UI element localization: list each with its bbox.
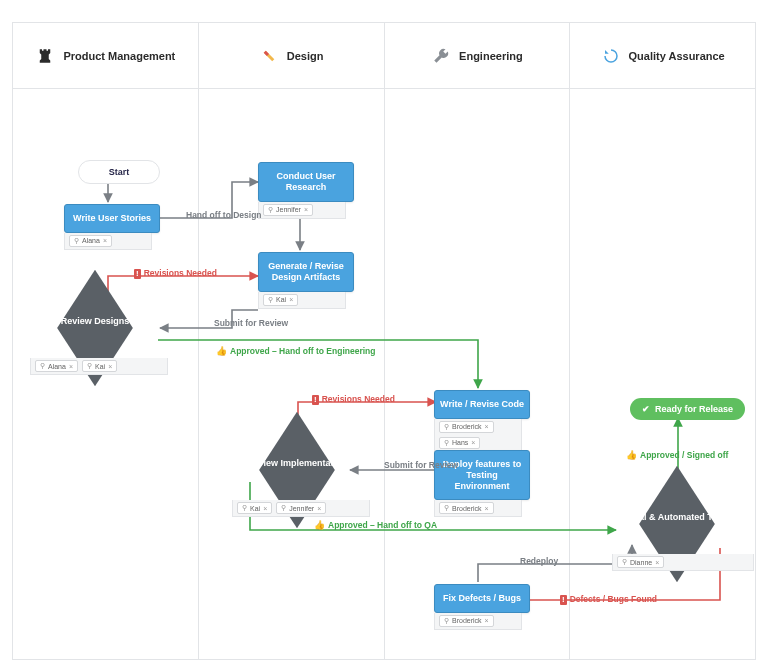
task-write-code[interactable]: Write / Revise Code ⚲Broderick× ⚲Hans× bbox=[434, 390, 522, 452]
task-box: Deploy features to Testing Environment bbox=[434, 450, 530, 500]
thumb-up-icon: 👍 bbox=[626, 450, 637, 460]
person-icon: ⚲ bbox=[268, 296, 273, 304]
person-icon: ⚲ bbox=[622, 558, 627, 566]
person-icon: ⚲ bbox=[268, 206, 273, 214]
task-box: Fix Defects / Bugs bbox=[434, 584, 530, 613]
close-icon[interactable]: × bbox=[103, 237, 107, 244]
edge-label-submit-review2: Submit for Review bbox=[384, 460, 458, 470]
assignee-chip[interactable]: ⚲Kai× bbox=[82, 360, 117, 372]
edge-label-defects-found: !Defects / Bugs Found bbox=[560, 594, 657, 605]
decision-review-designs[interactable]: Review Designs ⚲Alana× ⚲Kai× bbox=[30, 300, 168, 375]
person-icon: ⚲ bbox=[74, 237, 79, 245]
assignee-row: ⚲Kai× ⚲Jennifer× bbox=[232, 500, 370, 517]
thumb-up-icon: 👍 bbox=[216, 346, 227, 356]
start-node: Start bbox=[78, 160, 160, 184]
task-conduct-research[interactable]: Conduct User Research ⚲Jennifer× bbox=[258, 162, 346, 219]
person-icon: ⚲ bbox=[242, 504, 247, 512]
edge-label-redeploy: Redeploy bbox=[520, 556, 558, 566]
edge-label-submit-review: Submit for Review bbox=[214, 318, 288, 328]
close-icon[interactable]: × bbox=[485, 423, 489, 430]
task-box: Write / Revise Code bbox=[434, 390, 530, 419]
diamond-shape: Review Designs bbox=[30, 300, 160, 356]
close-icon[interactable]: × bbox=[317, 505, 321, 512]
close-icon[interactable]: × bbox=[69, 363, 73, 370]
task-write-stories[interactable]: Write User Stories ⚲Alana× bbox=[64, 204, 152, 250]
end-node: ✔ Ready for Release bbox=[630, 398, 745, 420]
task-box: Generate / Revise Design Artifacts bbox=[258, 252, 354, 292]
assignee-chip[interactable]: ⚲Alana× bbox=[35, 360, 78, 372]
decision-label: Manual & Automated Testing bbox=[612, 496, 742, 522]
person-icon: ⚲ bbox=[444, 439, 449, 447]
task-fix-defects[interactable]: Fix Defects / Bugs ⚲Broderick× bbox=[434, 584, 522, 630]
task-box: Conduct User Research bbox=[258, 162, 354, 202]
close-icon[interactable]: × bbox=[304, 206, 308, 213]
diamond-shape: Review Implementation bbox=[232, 442, 362, 498]
alert-icon: ! bbox=[560, 595, 567, 605]
close-icon[interactable]: × bbox=[485, 505, 489, 512]
task-generate-artifacts[interactable]: Generate / Revise Design Artifacts ⚲Kai× bbox=[258, 252, 346, 309]
decision-label: Review Implementation bbox=[232, 442, 362, 468]
person-icon: ⚲ bbox=[444, 504, 449, 512]
decision-review-impl[interactable]: Review Implementation ⚲Kai× ⚲Jennifer× bbox=[232, 442, 370, 517]
alert-icon: ! bbox=[312, 395, 319, 405]
person-icon: ⚲ bbox=[40, 362, 45, 370]
edge-label-revisions-needed: !Revisions Needed bbox=[134, 268, 217, 279]
close-icon[interactable]: × bbox=[108, 363, 112, 370]
assignee-chip[interactable]: ⚲Dianne× bbox=[617, 556, 664, 568]
edge-label-approved-signedoff: 👍Approved / Signed off bbox=[626, 450, 728, 460]
close-icon[interactable]: × bbox=[485, 617, 489, 624]
assignee-chip[interactable]: ⚲Kai× bbox=[263, 294, 298, 306]
person-icon: ⚲ bbox=[444, 423, 449, 431]
close-icon[interactable]: × bbox=[655, 559, 659, 566]
assignee-row: ⚲Broderick× bbox=[434, 613, 522, 630]
assignee-chip[interactable]: ⚲Jennifer× bbox=[263, 204, 313, 216]
task-box: Write User Stories bbox=[64, 204, 160, 233]
alert-icon: ! bbox=[134, 269, 141, 279]
assignee-chip[interactable]: ⚲Kai× bbox=[237, 502, 272, 514]
assignee-row: ⚲Alana× ⚲Kai× bbox=[30, 358, 168, 375]
assignee-chip[interactable]: ⚲Broderick× bbox=[439, 615, 494, 627]
assignee-row: ⚲Jennifer× bbox=[258, 202, 346, 219]
assignee-row: ⚲Kai× bbox=[258, 292, 346, 309]
swimlane-canvas: Product Management Design Engineering Qu… bbox=[0, 0, 768, 672]
close-icon[interactable]: × bbox=[263, 505, 267, 512]
assignee-chip[interactable]: ⚲Broderick× bbox=[439, 502, 494, 514]
close-icon[interactable]: × bbox=[471, 439, 475, 446]
edge-label-approved-qa: 👍Approved – Hand off to QA bbox=[314, 520, 437, 530]
start-label: Start bbox=[109, 167, 130, 177]
decision-manual-testing[interactable]: Manual & Automated Testing ⚲Dianne× bbox=[612, 496, 754, 571]
thumb-up-icon: 👍 bbox=[314, 520, 325, 530]
close-icon[interactable]: × bbox=[289, 296, 293, 303]
edge-label-approved-eng: 👍Approved – Hand off to Engineering bbox=[216, 346, 375, 356]
assignee-row: ⚲Broderick× ⚲Hans× bbox=[434, 419, 522, 452]
person-icon: ⚲ bbox=[281, 504, 286, 512]
decision-label: Review Designs bbox=[30, 300, 160, 326]
person-icon: ⚲ bbox=[87, 362, 92, 370]
person-icon: ⚲ bbox=[444, 617, 449, 625]
check-icon: ✔ bbox=[642, 404, 650, 414]
assignee-row: ⚲Dianne× bbox=[612, 554, 754, 571]
end-label: Ready for Release bbox=[655, 404, 733, 414]
edge-label-handoff-design: Hand off to Design bbox=[186, 210, 262, 220]
assignee-chip[interactable]: ⚲Broderick× bbox=[439, 421, 494, 433]
edge-label-revisions-needed2: !Revisions Needed bbox=[312, 394, 395, 405]
assignee-chip[interactable]: ⚲Alana× bbox=[69, 235, 112, 247]
assignee-row: ⚲Broderick× bbox=[434, 500, 522, 517]
diamond-shape: Manual & Automated Testing bbox=[612, 496, 742, 552]
assignee-chip[interactable]: ⚲Hans× bbox=[439, 437, 480, 449]
assignee-chip[interactable]: ⚲Jennifer× bbox=[276, 502, 326, 514]
assignee-row: ⚲Alana× bbox=[64, 233, 152, 250]
